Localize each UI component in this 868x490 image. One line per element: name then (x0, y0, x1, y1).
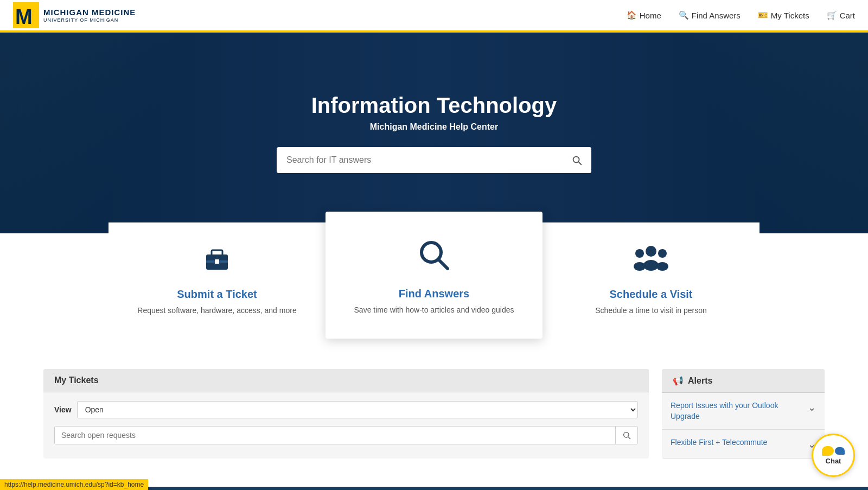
navbar: M MICHIGAN MEDICINE UNIVERSITY OF MICHIG… (0, 0, 868, 33)
alert-outlook-text: Report Issues with your Outlook Upgrade (671, 400, 803, 422)
find-answers-title[interactable]: Find Answers (348, 288, 520, 300)
view-row: View Open Closed All (54, 401, 638, 418)
nav-cart-label: Cart (840, 11, 855, 20)
brand-logo[interactable]: M MICHIGAN MEDICINE UNIVERSITY OF MICHIG… (13, 2, 136, 28)
main-content: My Tickets View Open Closed All (0, 352, 868, 476)
svg-text:M: M (15, 5, 33, 28)
chat-bubble-yellow (822, 446, 834, 456)
nav-home[interactable]: 🏠 Home (627, 10, 661, 20)
search-button[interactable] (562, 147, 591, 173)
hero-section: Information Technology Michigan Medicine… (0, 33, 868, 233)
hero-content: Information Technology Michigan Medicine… (0, 93, 868, 173)
svg-point-8 (646, 246, 656, 257)
logo-top-text: MICHIGAN MEDICINE (43, 8, 136, 17)
svg-rect-5 (215, 259, 219, 264)
search-submit-icon (571, 154, 583, 166)
nav-find-answers[interactable]: 🔍 Find Answers (679, 10, 741, 20)
svg-point-13 (656, 262, 668, 271)
tickets-panel: My Tickets View Open Closed All (43, 369, 649, 459)
submit-ticket-desc: Request software, hardware, access, and … (131, 306, 303, 315)
people-icon (632, 243, 670, 279)
submit-ticket-card[interactable]: Submit a Ticket Request software, hardwa… (108, 222, 326, 339)
nav-my-tickets-label: My Tickets (771, 11, 809, 20)
alerts-body: Report Issues with your Outlook Upgrade … (662, 393, 825, 459)
logo-text: MICHIGAN MEDICINE UNIVERSITY OF MICHIGAN (43, 8, 136, 23)
tickets-search-row (54, 426, 638, 444)
alert-flexible-text: Flexible First + Telecommute (671, 437, 803, 448)
svg-rect-3 (212, 250, 222, 256)
view-select[interactable]: Open Closed All (77, 401, 638, 418)
hero-title: Information Technology (11, 93, 857, 118)
svg-point-14 (624, 432, 629, 437)
submit-ticket-title[interactable]: Submit a Ticket (131, 288, 303, 301)
tickets-header: My Tickets (43, 369, 649, 392)
svg-line-15 (628, 437, 630, 438)
svg-line-7 (438, 259, 448, 269)
chat-button[interactable]: Chat (812, 434, 855, 477)
cards-section: Submit a Ticket Request software, hardwa… (0, 222, 868, 339)
nav-cart[interactable]: 🛒 Cart (827, 10, 855, 20)
ticket-icon: 🎫 (758, 10, 768, 20)
url-bar: https://help.medicine.umich.edu/sp?id=kb… (0, 479, 148, 490)
view-label: View (54, 405, 72, 414)
home-icon: 🏠 (627, 10, 637, 20)
alerts-header: 📢 Alerts (662, 369, 825, 393)
hero-subtitle: Michigan Medicine Help Center (11, 122, 857, 132)
logo-bottom-text: UNIVERSITY OF MICHIGAN (43, 17, 136, 23)
alerts-title: Alerts (688, 376, 712, 386)
svg-point-12 (658, 249, 667, 258)
svg-point-9 (643, 260, 659, 271)
hero-search-bar (277, 147, 591, 173)
tickets-body: View Open Closed All (43, 392, 649, 453)
alert-megaphone-icon: 📢 (673, 376, 684, 386)
cart-icon: 🛒 (827, 10, 837, 20)
chevron-down-icon: ⌄ (808, 402, 816, 413)
tickets-search-icon (622, 431, 631, 440)
tickets-search-button[interactable] (615, 427, 637, 444)
nav-links: 🏠 Home 🔍 Find Answers 🎫 My Tickets 🛒 Car… (627, 10, 855, 20)
search-big-icon (415, 236, 453, 279)
find-answers-card[interactable]: Find Answers Save time with how-to artic… (326, 212, 542, 339)
alerts-panel: 📢 Alerts Report Issues with your Outlook… (662, 369, 825, 459)
search-input[interactable] (277, 148, 562, 173)
alert-item-flexible[interactable]: Flexible First + Telecommute ⌄ (662, 430, 825, 459)
chat-bubbles-icon (822, 446, 845, 456)
nav-find-answers-label: Find Answers (692, 11, 741, 20)
alert-item-outlook[interactable]: Report Issues with your Outlook Upgrade … (662, 393, 825, 430)
svg-point-11 (634, 262, 646, 271)
find-answers-desc: Save time with how-to articles and video… (348, 306, 520, 314)
tickets-search-input[interactable] (55, 427, 615, 444)
chat-bubble-blue (835, 447, 845, 455)
schedule-visit-desc: Schedule a time to visit in person (565, 306, 737, 315)
svg-point-10 (635, 249, 644, 258)
michigan-m-logo: M (13, 2, 39, 28)
briefcase-icon (201, 243, 233, 279)
chat-label: Chat (826, 457, 841, 465)
nav-my-tickets[interactable]: 🎫 My Tickets (758, 10, 809, 20)
schedule-visit-title[interactable]: Schedule a Visit (565, 288, 737, 301)
nav-home-label: Home (640, 11, 661, 20)
schedule-visit-card[interactable]: Schedule a Visit Schedule a time to visi… (542, 222, 760, 339)
search-icon: 🔍 (679, 10, 689, 20)
